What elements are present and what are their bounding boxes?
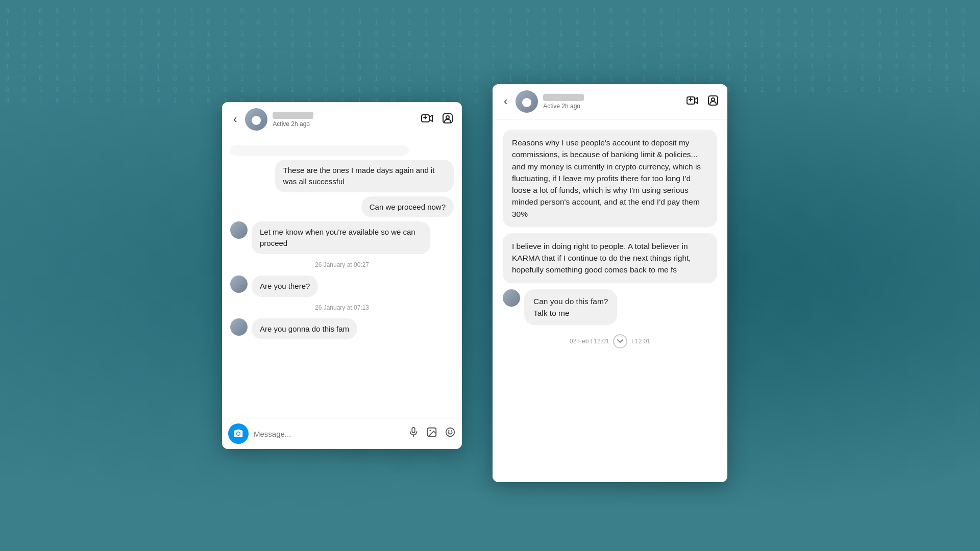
- message-row: Reasons why I use people's account to de…: [503, 130, 717, 227]
- message-bubble: Are you gonna do this fam: [252, 318, 357, 340]
- timestamp: 26 January at 07:13: [230, 304, 454, 311]
- input-bar: [222, 418, 462, 449]
- message-bubble-large: I believe in doing right to people. A to…: [503, 233, 717, 283]
- contact-status-right: Active 2h ago: [543, 103, 681, 110]
- svg-rect-5: [412, 428, 415, 433]
- left-messages-area: These are the ones I made days again and…: [222, 137, 462, 418]
- message-row: These are the ones I made days again and…: [230, 160, 454, 192]
- right-messages-area: Reasons why I use people's account to de…: [493, 119, 727, 482]
- message-row: Can you do this fam?Talk to me: [503, 289, 717, 325]
- message-bubble-large: Reasons why I use people's account to de…: [503, 130, 717, 227]
- avatar-image: [245, 108, 267, 131]
- timestamp-right-2: t 12:01: [631, 338, 650, 345]
- header-icons-right: [687, 94, 719, 109]
- back-button[interactable]: ‹: [230, 112, 240, 127]
- mic-button[interactable]: [408, 427, 419, 441]
- svg-point-4: [446, 116, 449, 119]
- message-row: Are you there?: [230, 276, 454, 297]
- message-row: I believe in doing right to people. A to…: [503, 233, 717, 283]
- message-avatar-right: [503, 289, 520, 307]
- message-bubble: Let me know when you're available so we …: [252, 221, 430, 254]
- profile-button-right[interactable]: [707, 94, 719, 109]
- avatar-image-right: [516, 90, 538, 113]
- left-chat-panel: ‹ Active 2h ago: [222, 102, 462, 449]
- message-avatar: [230, 276, 248, 293]
- contact-name-right: [543, 94, 584, 101]
- contact-status: Active 2h ago: [273, 120, 416, 128]
- message-row: Are you gonna do this fam: [230, 318, 454, 340]
- scroll-indicator: 02 Feb t 12:01 t 12:01: [503, 331, 717, 352]
- message-bubble-small: Can you do this fam?Talk to me: [524, 289, 617, 325]
- message-avatar: [230, 318, 248, 336]
- panels-container: ‹ Active 2h ago: [0, 0, 980, 551]
- right-chat-header: ‹ Active 2h ago: [493, 84, 727, 119]
- svg-point-11: [451, 430, 452, 432]
- scroll-down-button[interactable]: [613, 334, 627, 348]
- partial-message: [230, 145, 409, 156]
- svg-point-8: [429, 430, 431, 431]
- contact-info-right: Active 2h ago: [543, 94, 681, 110]
- left-chat-header: ‹ Active 2h ago: [222, 102, 462, 137]
- input-icons: [408, 427, 456, 441]
- svg-point-9: [446, 428, 455, 437]
- message-avatar: [230, 221, 248, 239]
- profile-button[interactable]: [442, 112, 454, 127]
- message-bubble: Are you there?: [252, 276, 318, 297]
- message-row: Can we proceed now?: [230, 196, 454, 218]
- message-bubble: Can we proceed now?: [361, 196, 454, 218]
- sticker-button[interactable]: [445, 427, 456, 441]
- message-row: Let me know when you're available so we …: [230, 221, 454, 254]
- video-call-button[interactable]: [421, 113, 433, 126]
- message-bubble: These are the ones I made days again and…: [275, 160, 454, 192]
- avatar: [245, 108, 267, 131]
- header-icons: [421, 112, 454, 127]
- image-button[interactable]: [426, 427, 437, 441]
- contact-name: [273, 112, 313, 119]
- svg-point-16: [712, 98, 715, 101]
- timestamp-right: 02 Feb t 12:01: [570, 338, 609, 345]
- camera-button[interactable]: [228, 423, 249, 444]
- message-input[interactable]: [254, 430, 403, 438]
- back-button-right[interactable]: ‹: [501, 94, 510, 109]
- svg-point-10: [448, 430, 450, 432]
- avatar-right: [516, 90, 538, 113]
- right-chat-panel: ‹ Active 2h ago: [493, 84, 727, 482]
- timestamp: 26 January at 00:27: [230, 261, 454, 268]
- video-call-button-right[interactable]: [687, 95, 699, 108]
- contact-info: Active 2h ago: [273, 112, 416, 128]
